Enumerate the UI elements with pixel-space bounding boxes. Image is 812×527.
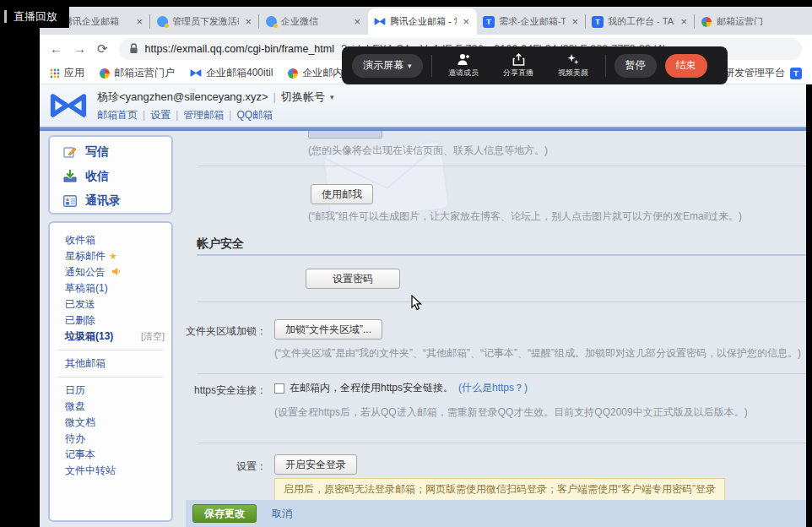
- save-button[interactable]: 保存更改: [192, 504, 257, 523]
- secure-login-notice: 启用后，原密码无法登录邮箱；网页版需使用微信扫码登录；客户端需使用“客户端专用密…: [274, 478, 725, 501]
- pause-button[interactable]: 暂停: [614, 54, 657, 78]
- https-checkbox-text: 在邮箱内，全程使用https安全链接。: [290, 381, 453, 395]
- sidebar-item-calendar[interactable]: 日历: [50, 383, 171, 399]
- exmail-favicon: [190, 68, 202, 78]
- star-icon: ★: [109, 251, 117, 261]
- browser-tab-activation[interactable]: 管理员下发激活码 ×: [150, 8, 259, 35]
- video-beauty-button[interactable]: 视频美颜: [550, 53, 597, 79]
- tab-title: 腾讯企业邮箱 - 常: [390, 15, 457, 28]
- divider: [198, 166, 806, 166]
- sidebar-item-other-mailboxes[interactable]: 其他邮箱: [50, 356, 171, 372]
- close-icon[interactable]: ×: [461, 15, 471, 28]
- speaker-icon: [111, 267, 121, 276]
- sparkle-icon: [566, 53, 580, 66]
- sidebar-item-notes[interactable]: 记事本: [50, 447, 171, 463]
- screen: 腾讯企业邮箱 × 管理员下发激活码 × 企业微信 × 腾讯企业邮箱 - 常 × …: [0, 0, 812, 527]
- divider: [58, 377, 163, 378]
- sidebar-item-file-transfer[interactable]: 文件中转站: [50, 463, 171, 479]
- separator: |: [273, 90, 276, 103]
- close-icon[interactable]: ×: [679, 15, 689, 28]
- mailme-button[interactable]: 使用邮我: [311, 184, 373, 204]
- tapd-favicon: T: [592, 16, 604, 28]
- invite-member-icon: [457, 53, 470, 66]
- chevron-down-icon: ▾: [408, 62, 412, 70]
- https-checkbox-row: 在邮箱内，全程使用https安全链接。 (什么是https？): [274, 381, 528, 395]
- https-label: https安全连接：: [186, 383, 267, 398]
- share-live-button[interactable]: 分享直播: [495, 53, 542, 79]
- nav-qqmail[interactable]: QQ邮箱: [236, 108, 273, 122]
- nav-settings[interactable]: 设置: [150, 108, 171, 122]
- section-title: 帐户安全: [197, 236, 244, 252]
- set-password-button[interactable]: 设置密码: [306, 269, 400, 289]
- tab-title: 企业微信: [281, 15, 348, 28]
- empty-junk-link[interactable]: [清空]: [141, 329, 165, 345]
- badge-bar-icon: [4, 10, 7, 23]
- wecom-favicon: [156, 16, 168, 28]
- cancel-link[interactable]: 取消: [272, 507, 292, 521]
- browser-tab-tapd-workbench[interactable]: T 我的工作台 - TAP ×: [586, 8, 695, 35]
- sidebar-item-todo[interactable]: 待办: [50, 431, 171, 447]
- browser-tab-portal[interactable]: 邮箱运营门: [695, 8, 804, 35]
- avatar-button-partial[interactable]: [308, 131, 382, 139]
- divider: [605, 55, 606, 77]
- what-is-https-link[interactable]: (什么是https？): [458, 381, 528, 395]
- compose-button[interactable]: 写信: [50, 139, 171, 164]
- contacts-button[interactable]: 通讯录: [50, 188, 171, 213]
- https-checkbox[interactable]: [274, 383, 284, 394]
- folder-lock-button[interactable]: 加锁“文件夹区域”...: [274, 319, 382, 340]
- apps-grid-icon: [50, 68, 60, 79]
- screenshare-toolbar: 演示屏幕 ▾ 邀请成员 分享直播 视频美颜 暂停 结束: [342, 46, 728, 84]
- mailme-caption: (“邮我”组件可以生成图片，让大家放在博客、论坛上，别人点击图片就可以方便的发E…: [308, 209, 742, 224]
- sidebar-item-sent[interactable]: 已发送: [50, 296, 171, 312]
- bookmark-apps[interactable]: 应用: [50, 66, 84, 80]
- portal-favicon: [100, 68, 110, 79]
- browser-tab-tapd-req[interactable]: T 需求-企业邮箱-TA ×: [477, 8, 586, 35]
- close-icon[interactable]: ×: [352, 15, 362, 28]
- avatar-caption: (您的头像将会出现在读信页面、联系人信息等地方。): [308, 144, 548, 158]
- nav-manage-mail[interactable]: 管理邮箱: [183, 108, 224, 122]
- lock-icon: [129, 43, 138, 54]
- invite-member-button[interactable]: 邀请成员: [441, 53, 487, 79]
- sidebar-item-inbox[interactable]: 收件箱: [50, 232, 171, 248]
- sidebar-item-drafts[interactable]: 草稿箱(1): [50, 280, 171, 296]
- browser-tab-wecom[interactable]: 企业微信 ×: [259, 8, 368, 35]
- divider: [198, 443, 806, 443]
- sidebar-item-junk[interactable]: 垃圾箱(13)[清空]: [50, 329, 171, 345]
- bookmark-exmail-400[interactable]: 企业邮箱400itil: [190, 66, 273, 80]
- sidebar-item-announcements[interactable]: 通知公告: [50, 264, 171, 280]
- separator: |: [176, 109, 178, 121]
- browser-tab-exmail-active[interactable]: 腾讯企业邮箱 - 常 ×: [368, 8, 477, 35]
- present-screen-button[interactable]: 演示屏幕 ▾: [352, 54, 423, 78]
- folder-lock-label: 文件夹区域加锁：: [186, 324, 267, 339]
- close-icon[interactable]: ×: [570, 15, 580, 28]
- end-button[interactable]: 结束: [665, 54, 707, 78]
- secure-login-button[interactable]: 开启安全登录: [274, 454, 357, 475]
- sidebar-item-deleted[interactable]: 已删除: [50, 312, 171, 329]
- account-name: 杨珍<yangzhen@silenceyang.xyz>: [97, 90, 268, 105]
- url-text: https://exmail.qq.com/cgi-bin/frame_html: [145, 43, 334, 55]
- reload-icon[interactable]: ⟳: [97, 42, 108, 55]
- share-icon: [512, 53, 525, 66]
- tapd-favicon: T: [790, 68, 802, 79]
- forward-icon[interactable]: →: [73, 42, 86, 55]
- switch-account-link[interactable]: 切换帐号: [281, 90, 325, 105]
- tab-title: 需求-企业邮箱-TA: [499, 15, 566, 28]
- back-icon[interactable]: ←: [50, 42, 62, 55]
- close-icon[interactable]: ×: [134, 15, 144, 28]
- separator: |: [229, 109, 231, 121]
- nav-mail-home[interactable]: 邮箱首页: [97, 108, 138, 122]
- exmail-logo: [50, 93, 87, 118]
- compose-icon: [63, 145, 77, 159]
- sidebar-item-wedoc[interactable]: 微文档: [50, 415, 171, 431]
- portal-favicon: [288, 68, 298, 79]
- sidebar-item-wedrive[interactable]: 微盘: [50, 399, 171, 415]
- mouse-cursor: [411, 295, 423, 312]
- https-caption: (设置全程https后，若从QQ进入邮箱，需重新登录QQ才生效。目前支持QQ20…: [274, 405, 748, 420]
- folder-lock-caption: (“文件夹区域”是由“我的文件夹”、“其他邮箱”、“记事本”、“提醒”组成。加锁…: [274, 346, 801, 361]
- sidebar-item-starred[interactable]: 星标邮件★: [50, 248, 171, 264]
- receive-button[interactable]: 收信: [50, 164, 171, 188]
- divider: [431, 55, 432, 77]
- close-icon[interactable]: ×: [243, 15, 253, 28]
- bookmark-portal[interactable]: 邮箱运营门户: [100, 66, 175, 80]
- divider: [58, 350, 163, 350]
